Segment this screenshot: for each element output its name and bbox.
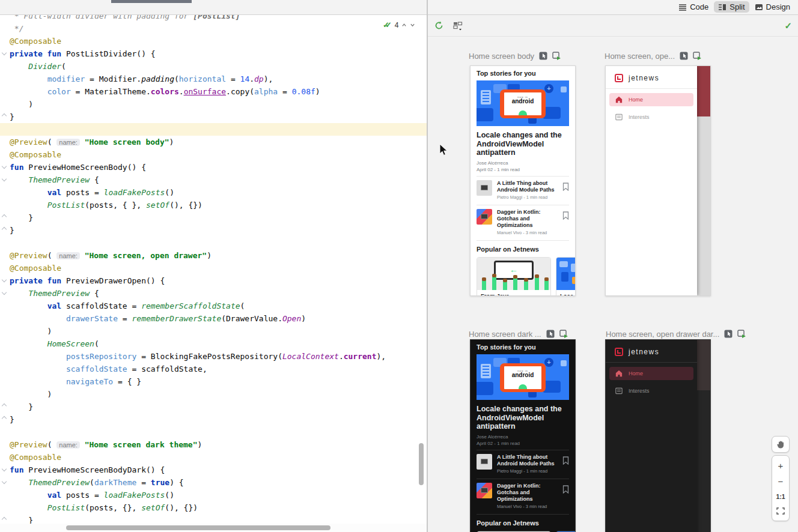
- pan-tool-button[interactable]: [772, 436, 790, 453]
- interactive-mode-icon[interactable]: [546, 330, 555, 338]
- prev-problem-icon[interactable]: [401, 22, 407, 28]
- code-line: [0, 426, 427, 438]
- code-line: [0, 123, 427, 136]
- jetnews-logo-icon: [615, 348, 623, 356]
- popular-card-partial: LocaAndr Jose Al April 0: [556, 257, 576, 297]
- view-mode-design[interactable]: Design: [751, 1, 794, 13]
- editor-tab-remnant[interactable]: [111, 0, 192, 3]
- post-meta: Manuel Vivo - 3 min read: [497, 230, 558, 235]
- zoom-one-to-one-button[interactable]: 1:1: [776, 493, 785, 500]
- drawer-item-home: Home: [609, 93, 693, 106]
- post-meta: Manuel Vivo - 3 min read: [497, 504, 558, 509]
- code-line: drawerState = rememberDrawerState(Drawer…: [0, 312, 427, 325]
- editor-topbar: Code Split Design: [0, 0, 798, 15]
- post-title: A Little Thing about Android Module Path…: [497, 180, 558, 193]
- preview-toolbar: ✓: [428, 15, 798, 37]
- refresh-previews-icon[interactable]: [434, 20, 444, 31]
- bookmark-icon: [562, 456, 569, 465]
- code-line: @Preview( name: "Home screen, open drawe…: [0, 249, 427, 262]
- hero-post-title: Locale changes and the AndroidViewModel …: [477, 131, 569, 157]
- jetnews-logo-icon: [615, 74, 623, 82]
- phone-shape: now in android: [500, 363, 546, 392]
- post-title: A Little Thing about Android Module Path…: [497, 454, 558, 467]
- view-mode-label: Code: [690, 2, 708, 11]
- hero-post-author: Jose Alcérreca: [477, 434, 569, 440]
- post-title: Dagger in Kotlin: Gotchas and Optimizati…: [497, 209, 558, 229]
- preview-thumbnail-drawer[interactable]: jetnews Home Interests: [605, 65, 711, 296]
- run-preview-icon[interactable]: [693, 52, 701, 60]
- preview-thumbnail-drawer[interactable]: jetnews Home Interests: [605, 339, 711, 532]
- editor-horizontal-scrollbar[interactable]: [66, 525, 330, 530]
- drawer-item-label: Interests: [629, 114, 650, 120]
- split-view-icon: [718, 3, 726, 11]
- view-mode-label: Split: [729, 2, 745, 11]
- navigation-drawer: jetnews Home Interests: [606, 340, 697, 532]
- run-preview-icon[interactable]: [737, 330, 746, 338]
- design-view-icon: [755, 3, 763, 11]
- appbar-remnant: [696, 66, 710, 116]
- preview-header-2: Home screen, ope...: [605, 51, 701, 61]
- drawer-background-strip: [696, 66, 710, 295]
- navigation-drawer: jetnews Home Interests: [606, 66, 697, 295]
- preview-title: Home screen dark ...: [469, 330, 541, 339]
- interactive-mode-icon[interactable]: [539, 52, 547, 60]
- editor-vertical-scrollbar[interactable]: [419, 443, 424, 485]
- grid-layout-icon[interactable]: [452, 20, 464, 31]
- code-line: @Preview( name: "Home screen body"): [0, 136, 427, 148]
- feed-list-item: A Little Thing about Android Module Path…: [477, 177, 569, 201]
- bookmark-icon: [562, 485, 569, 494]
- code-line: fun PreviewHomeScreenBody() {: [0, 161, 427, 174]
- inspection-widget[interactable]: ✓✓ 4: [383, 20, 415, 29]
- android-robot-shape: [519, 384, 527, 389]
- feed-list-item: A Little Thing about Android Module Path…: [477, 450, 569, 475]
- drawer-background-strip: [696, 340, 710, 532]
- code-line: [0, 237, 427, 249]
- mouse-cursor: [439, 144, 448, 157]
- zoom-in-button[interactable]: +: [778, 462, 784, 470]
- code-line: color = MaterialTheme.colors.onSurface.c…: [0, 85, 427, 98]
- preview-header-1: Home screen body: [469, 51, 561, 61]
- code-line: ThemedPreview {: [0, 287, 427, 300]
- next-problem-icon[interactable]: [410, 22, 415, 28]
- code-line: PostList(posts, {}, setOf(), {}): [0, 501, 427, 514]
- zoom-out-button[interactable]: −: [778, 477, 784, 486]
- run-preview-icon[interactable]: [559, 330, 568, 338]
- code-editor[interactable]: * Full-width divider with padding for [P…: [0, 0, 427, 532]
- hero-screen-brand: android: [504, 372, 541, 378]
- jetnews-logo: jetnews: [606, 66, 697, 88]
- preview-thumbnail-feed[interactable]: Top stories for you + now in android: [470, 339, 576, 532]
- popular-card-title: From Java Programming Langua...: [481, 292, 547, 297]
- post-meta: Pietro Maggi - 1 min read: [497, 195, 558, 200]
- zoom-to-fit-icon[interactable]: [776, 507, 785, 515]
- feed-list-item: Dagger in Kotlin: Gotchas and Optimizati…: [477, 479, 569, 510]
- code-line: ): [0, 388, 427, 401]
- home-icon: [615, 370, 623, 377]
- code-line: navigateTo = { }: [0, 375, 427, 388]
- code-line: ThemedPreview {: [0, 174, 427, 186]
- jetnews-logo-text: jetnews: [629, 348, 659, 356]
- code-line: @Composable: [0, 148, 427, 161]
- inspection-count: 4: [395, 21, 399, 29]
- code-line: ThemedPreview(darkTheme = true) {: [0, 476, 427, 489]
- interactive-mode-icon[interactable]: [680, 52, 688, 60]
- preview-title: Home screen, open drawer dar...: [606, 330, 719, 339]
- hero-post-meta: April 02 - 1 min read: [477, 441, 569, 446]
- view-mode-split[interactable]: Split: [714, 1, 749, 13]
- run-preview-icon[interactable]: [552, 52, 561, 60]
- view-mode-code[interactable]: Code: [674, 1, 713, 13]
- split-divider[interactable]: [427, 0, 428, 532]
- post-thumbnail: [477, 483, 492, 498]
- code-line: HomeScreen(: [0, 337, 427, 350]
- interactive-mode-icon[interactable]: [724, 330, 733, 338]
- preview-thumbnail-feed[interactable]: Top stories for you + now in android: [470, 65, 576, 296]
- code-line: private fun PreviewDrawerOpen() {: [0, 274, 427, 287]
- hero-illustration: + now in android: [477, 354, 569, 400]
- preview-title: Home screen body: [469, 52, 534, 61]
- code-line: PostList(posts, { }, setOf(), {}): [0, 199, 427, 211]
- code-line: postsRepository = BlockingFakePostsRepos…: [0, 350, 427, 363]
- code-line: }: [0, 211, 427, 224]
- code-view-icon: [678, 3, 687, 11]
- preview-canvas[interactable]: Home screen body Home screen, ope... Hom…: [428, 37, 798, 532]
- code-line: */: [0, 22, 427, 35]
- android-robot-shape: [519, 110, 527, 115]
